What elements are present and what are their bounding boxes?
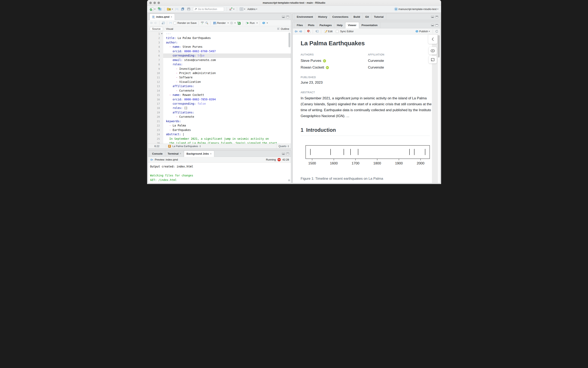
code-line: 6 corresponding: true bbox=[148, 54, 291, 58]
popout-icon[interactable] bbox=[161, 21, 165, 25]
viewer-back-icon[interactable] bbox=[294, 30, 298, 33]
sync-editor-checkbox[interactable] bbox=[336, 30, 339, 33]
orcid-icon[interactable]: iD bbox=[326, 66, 329, 69]
line-number: 26 bbox=[148, 141, 163, 144]
fold-arrow-icon[interactable] bbox=[161, 33, 163, 34]
viewer-forward-icon[interactable] bbox=[299, 30, 302, 33]
gear-caret[interactable] bbox=[234, 23, 236, 23]
collapse-margin-button[interactable] bbox=[428, 35, 437, 44]
close-window-button[interactable] bbox=[149, 2, 152, 4]
tab-environment[interactable]: Environment bbox=[294, 14, 316, 20]
minimize-pane-icon[interactable] bbox=[431, 16, 434, 18]
version-control-button[interactable]: G bbox=[229, 7, 235, 11]
run-caret[interactable] bbox=[257, 23, 258, 23]
goto-file-input[interactable] bbox=[198, 8, 220, 11]
search-icon[interactable] bbox=[205, 21, 208, 25]
save-icon[interactable] bbox=[169, 21, 172, 25]
axis-tick-label: 1600 bbox=[330, 161, 338, 165]
viewer-scrollbar[interactable] bbox=[438, 35, 440, 183]
preview-visibility-button[interactable] bbox=[429, 47, 437, 55]
rerun-caret[interactable] bbox=[267, 23, 268, 23]
minimize-window-button[interactable] bbox=[153, 2, 156, 4]
render-caret[interactable] bbox=[228, 23, 229, 23]
tab-git[interactable]: Git bbox=[363, 14, 372, 20]
jobs-output[interactable]: Output created: index.html Watching file… bbox=[148, 163, 291, 183]
mode-visual-button[interactable]: Visual bbox=[164, 27, 175, 31]
maximize-pane-icon[interactable] bbox=[435, 16, 438, 18]
clear-viewer-icon[interactable] bbox=[307, 30, 311, 33]
rerun-icon[interactable] bbox=[262, 21, 266, 25]
line-number: 23 bbox=[148, 128, 163, 132]
tab-history[interactable]: History bbox=[316, 14, 330, 20]
forward-icon[interactable] bbox=[154, 22, 157, 24]
save-all-button[interactable] bbox=[180, 7, 185, 11]
mode-source-button[interactable]: Source bbox=[150, 27, 163, 31]
goto-file-box[interactable] bbox=[193, 7, 224, 11]
workspace-panes-button[interactable] bbox=[239, 7, 246, 11]
maximize-pane-icon[interactable] bbox=[286, 16, 289, 18]
console-tab-console[interactable]: Console bbox=[149, 151, 165, 157]
outline-button[interactable]: Outline bbox=[277, 27, 289, 30]
project-menu-button[interactable]: R manuscript-template-rstudio-test bbox=[394, 7, 439, 11]
print-button[interactable] bbox=[186, 7, 191, 11]
tab-build[interactable]: Build bbox=[351, 14, 363, 20]
console-output-line: Watching files for changes bbox=[150, 173, 291, 178]
rug-plot-svg: 150016001700180019002000 bbox=[301, 145, 433, 165]
back-icon[interactable] bbox=[150, 22, 153, 24]
close-icon[interactable]: × bbox=[171, 16, 172, 18]
tab-viewer[interactable]: Viewer bbox=[345, 22, 359, 28]
tab-plots[interactable]: Plots bbox=[305, 22, 317, 28]
publish-label: Publish bbox=[419, 30, 428, 33]
console-pane: ConsoleTerminal×Background Jobs× Preview… bbox=[148, 150, 291, 183]
tab-help[interactable]: Help bbox=[334, 22, 345, 28]
addins-button[interactable]: Addins bbox=[247, 7, 258, 11]
console-tab-terminal[interactable]: Terminal× bbox=[165, 151, 184, 157]
close-icon[interactable]: × bbox=[210, 152, 211, 155]
edit-button[interactable]: Edit bbox=[323, 29, 333, 33]
code-token bbox=[166, 98, 173, 101]
save-button[interactable] bbox=[175, 7, 179, 11]
tab-packages[interactable]: Packages bbox=[317, 22, 334, 28]
tab-presentation[interactable]: Presentation bbox=[359, 22, 380, 28]
annotations-button[interactable] bbox=[429, 56, 437, 64]
console-scrollbar-thumb[interactable] bbox=[288, 179, 290, 181]
tab-connections[interactable]: Connections bbox=[330, 14, 351, 20]
viewer-scrollbar-thumb[interactable] bbox=[438, 35, 440, 57]
code-editor[interactable]: 1---2title: La Palma Earthquakes3author:… bbox=[148, 32, 291, 144]
tab-files[interactable]: Files bbox=[294, 22, 306, 28]
minimize-pane-icon[interactable] bbox=[282, 16, 285, 18]
insert-chunk-icon[interactable]: C bbox=[237, 21, 241, 25]
close-icon[interactable]: × bbox=[180, 152, 181, 155]
maximize-pane-icon[interactable] bbox=[286, 153, 289, 155]
stop-job-icon[interactable]: STOP bbox=[277, 158, 281, 161]
document-format-selector[interactable]: Quarto bbox=[276, 144, 291, 148]
viewer-content: La Palma Earthquakes AUTHORSAFFILIATIONS… bbox=[293, 35, 440, 183]
back-nav-icon[interactable] bbox=[150, 158, 153, 161]
render-button[interactable]: Render bbox=[213, 21, 227, 25]
new-file-button[interactable] bbox=[149, 7, 156, 11]
code-text: the island of La Palma (Canary Islands, … bbox=[163, 141, 291, 144]
outline-breadcrumb[interactable]: # La Palma Earthquakes bbox=[166, 145, 276, 148]
run-button[interactable]: Run bbox=[245, 21, 255, 25]
minimize-pane-icon[interactable] bbox=[282, 153, 285, 155]
console-tab-background-jobs[interactable]: Background Jobs× bbox=[184, 151, 214, 157]
code-token: Software bbox=[179, 76, 193, 79]
popout-icon[interactable] bbox=[315, 30, 319, 33]
new-project-button[interactable]: R bbox=[157, 7, 162, 11]
maximize-pane-icon[interactable] bbox=[435, 24, 438, 26]
spellcheck-icon[interactable]: ABC✓ bbox=[201, 21, 204, 25]
gear-icon[interactable] bbox=[230, 21, 233, 25]
zoom-window-button[interactable] bbox=[157, 2, 160, 4]
code-text: - Investigation bbox=[163, 67, 291, 71]
render-on-save-checkbox[interactable] bbox=[174, 22, 176, 25]
tab-index-qmd[interactable]: index.qmd × bbox=[149, 14, 175, 20]
publish-button[interactable]: Publish bbox=[414, 29, 431, 33]
outline-icon bbox=[277, 28, 280, 30]
code-token: - bbox=[176, 80, 179, 83]
open-file-button[interactable] bbox=[166, 7, 174, 11]
minimize-pane-icon[interactable] bbox=[431, 24, 434, 26]
tab-tutorial[interactable]: Tutorial bbox=[372, 14, 386, 20]
refresh-icon[interactable] bbox=[435, 30, 439, 33]
orcid-icon[interactable]: iD bbox=[323, 59, 326, 62]
published-date: June 23, 2023 bbox=[301, 81, 430, 85]
